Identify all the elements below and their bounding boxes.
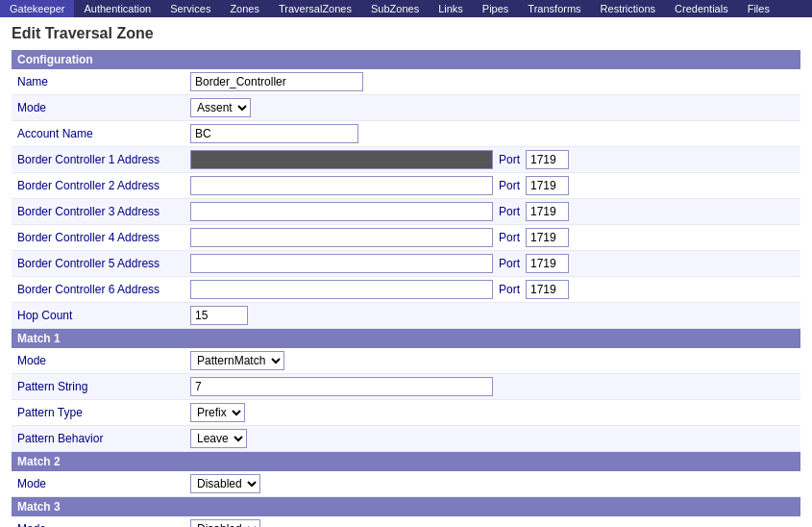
- bc1-port-label: Port: [499, 153, 520, 166]
- table-row: Border Controller 3 Address Port: [12, 199, 800, 225]
- bc3-port-label: Port: [499, 205, 520, 218]
- pattern-type-label: Pattern Type: [12, 400, 185, 426]
- table-row: Border Controller 4 Address Port: [12, 225, 800, 251]
- match1-mode-select[interactable]: PatternMatch: [190, 351, 284, 370]
- bc6-cell: Port: [185, 277, 800, 303]
- pattern-string-cell: [185, 374, 800, 400]
- bc5-port-label: Port: [499, 257, 520, 270]
- page-content: Edit Traversal Zone Configuration Name M…: [0, 17, 812, 527]
- bc3-port-input[interactable]: [526, 202, 569, 221]
- bc3-address-input[interactable]: [190, 202, 493, 221]
- table-row: Pattern Behavior Leave: [12, 426, 800, 452]
- pattern-behavior-cell: Leave: [185, 426, 800, 452]
- nav-traversalzones[interactable]: TraversalZones: [269, 0, 361, 17]
- table-row: Border Controller 5 Address Port: [12, 251, 800, 277]
- table-row: Border Controller 2 Address Port: [12, 173, 800, 199]
- table-row: Mode Disabled: [12, 516, 800, 527]
- bc1-label: Border Controller 1 Address: [12, 147, 185, 173]
- bc5-label: Border Controller 5 Address: [12, 251, 185, 277]
- nav-authentication[interactable]: Authentication: [74, 0, 160, 17]
- table-row: Mode Assent: [12, 95, 800, 121]
- table-row: Mode Disabled: [12, 471, 800, 497]
- bc2-cell: Port: [185, 173, 800, 199]
- bc1-address-redacted: [190, 150, 493, 169]
- configuration-table: Name Mode Assent Account Name Border Con…: [12, 69, 800, 329]
- account-name-cell: [185, 121, 800, 147]
- table-row: Border Controller 1 Address Port: [12, 147, 800, 173]
- match2-table: Mode Disabled: [12, 471, 800, 497]
- nav-gatekeeper[interactable]: Gatekeeper: [0, 0, 74, 17]
- match2-mode-label: Mode: [12, 471, 185, 497]
- match1-header: Match 1: [12, 329, 800, 348]
- mode-cell: Assent: [185, 95, 800, 121]
- bc2-port-input[interactable]: [526, 176, 569, 195]
- name-cell: [185, 69, 800, 95]
- top-navigation: Gatekeeper Authentication Services Zones…: [0, 0, 812, 17]
- bc5-address-input[interactable]: [190, 254, 493, 273]
- hop-input[interactable]: [190, 306, 248, 325]
- hop-label: Hop Count: [12, 303, 185, 329]
- table-row: Border Controller 6 Address Port: [12, 277, 800, 303]
- pattern-behavior-label: Pattern Behavior: [12, 426, 185, 452]
- name-label: Name: [12, 69, 185, 95]
- nav-files[interactable]: Files: [738, 0, 779, 17]
- nav-zones[interactable]: Zones: [220, 0, 269, 17]
- nav-restrictions[interactable]: Restrictions: [591, 0, 665, 17]
- bc6-port-input[interactable]: [526, 280, 569, 299]
- match1-mode-label: Mode: [12, 348, 185, 374]
- match1-mode-cell: PatternMatch: [185, 348, 800, 374]
- bc6-address-input[interactable]: [190, 280, 493, 299]
- pattern-type-cell: Prefix: [185, 400, 800, 426]
- nav-credentials[interactable]: Credentials: [665, 0, 738, 17]
- match2-header: Match 2: [12, 452, 800, 471]
- match2-mode-cell: Disabled: [185, 471, 800, 497]
- bc1-port-input[interactable]: [526, 150, 569, 169]
- bc4-port-input[interactable]: [526, 228, 569, 247]
- account-name-label: Account Name: [12, 121, 185, 147]
- match3-mode-cell: Disabled: [185, 516, 800, 527]
- match1-table: Mode PatternMatch Pattern String Pattern…: [12, 348, 800, 452]
- bc6-port-label: Port: [499, 283, 520, 296]
- match3-mode-select[interactable]: Disabled: [190, 519, 260, 527]
- pattern-behavior-select[interactable]: Leave: [190, 429, 247, 448]
- bc4-label: Border Controller 4 Address: [12, 225, 185, 251]
- mode-label: Mode: [12, 95, 185, 121]
- table-row: Pattern String: [12, 374, 800, 400]
- configuration-header: Configuration: [12, 50, 800, 69]
- table-row: Name: [12, 69, 800, 95]
- match3-table: Mode Disabled: [12, 516, 800, 527]
- hop-cell: [185, 303, 800, 329]
- bc2-address-input[interactable]: [190, 176, 493, 195]
- nav-services[interactable]: Services: [160, 0, 220, 17]
- pattern-type-select[interactable]: Prefix: [190, 403, 245, 422]
- bc2-label: Border Controller 2 Address: [12, 173, 185, 199]
- table-row: Account Name: [12, 121, 800, 147]
- bc3-label: Border Controller 3 Address: [12, 199, 185, 225]
- account-name-input[interactable]: [190, 124, 358, 143]
- bc1-cell: Port: [185, 147, 800, 173]
- name-input[interactable]: [190, 72, 363, 91]
- match2-mode-select[interactable]: Disabled: [190, 474, 260, 493]
- nav-transforms[interactable]: Transforms: [518, 0, 590, 17]
- pattern-string-label: Pattern String: [12, 374, 185, 400]
- nav-links[interactable]: Links: [429, 0, 473, 17]
- nav-subzones[interactable]: SubZones: [361, 0, 429, 17]
- bc5-cell: Port: [185, 251, 800, 277]
- table-row: Mode PatternMatch: [12, 348, 800, 374]
- bc2-port-label: Port: [499, 179, 520, 192]
- match3-mode-label: Mode: [12, 516, 185, 527]
- bc3-cell: Port: [185, 199, 800, 225]
- bc4-address-input[interactable]: [190, 228, 493, 247]
- match3-header: Match 3: [12, 497, 800, 516]
- page-title: Edit Traversal Zone: [12, 25, 800, 42]
- pattern-string-input[interactable]: [190, 377, 493, 396]
- bc5-port-input[interactable]: [526, 254, 569, 273]
- bc4-port-label: Port: [499, 231, 520, 244]
- bc6-label: Border Controller 6 Address: [12, 277, 185, 303]
- bc4-cell: Port: [185, 225, 800, 251]
- table-row: Hop Count: [12, 303, 800, 329]
- table-row: Pattern Type Prefix: [12, 400, 800, 426]
- nav-pipes[interactable]: Pipes: [473, 0, 519, 17]
- mode-select[interactable]: Assent: [190, 98, 251, 117]
